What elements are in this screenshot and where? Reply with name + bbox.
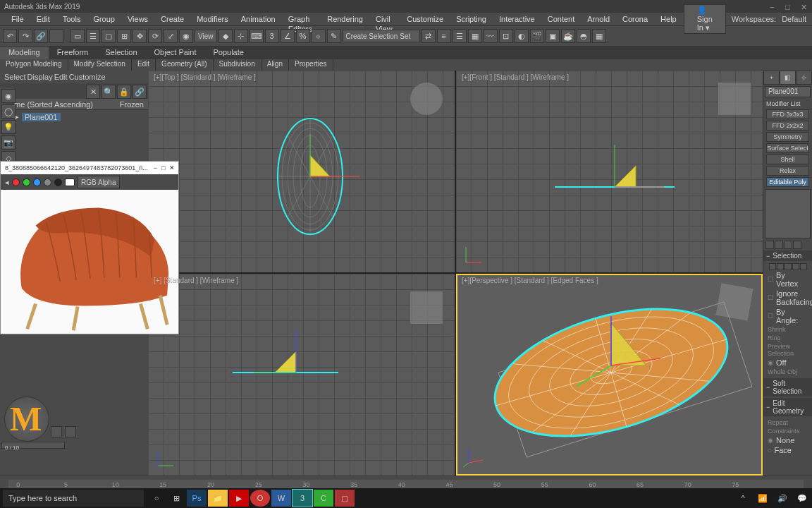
object-name[interactable]: Plane001 [22, 113, 61, 121]
layers-icon[interactable]: ☰ [453, 29, 467, 43]
render-frame-icon[interactable]: ▣ [546, 29, 560, 43]
menu-views[interactable]: Views [122, 14, 154, 24]
mod-ffd3[interactable]: FFD 3x3x3 [766, 109, 809, 119]
subobj-edge-icon[interactable] [777, 263, 784, 270]
notifications-icon[interactable]: 💬 [792, 490, 812, 507]
side-light-icon[interactable]: 💡 [1, 120, 16, 134]
undo-icon[interactable]: ↶ [3, 29, 17, 43]
viewport-left-label[interactable]: [+] [Standard ] [Wireframe ] [154, 277, 238, 284]
viewport-top-label[interactable]: [+][Top ] [Standard ] [Wireframe ] [154, 73, 256, 81]
wifi-icon[interactable]: 📶 [753, 490, 773, 507]
unlink-icon[interactable] [49, 29, 63, 43]
refwin-close-icon[interactable]: ✕ [169, 164, 175, 171]
taskbar-search[interactable]: Type here to search [3, 490, 144, 507]
rotate-icon[interactable]: ⟳ [148, 29, 162, 43]
subobj-element-icon[interactable] [800, 263, 807, 270]
menu-customize[interactable]: Customize [401, 14, 449, 24]
spinner-snap-icon[interactable]: ⟐ [312, 29, 326, 43]
align-icon[interactable]: ≡ [437, 29, 451, 43]
rollout-selection[interactable]: Selection [763, 250, 812, 261]
se-close-icon[interactable]: ✕ [86, 85, 100, 99]
menu-create[interactable]: Create [155, 14, 190, 24]
menu-interactive[interactable]: Interactive [493, 14, 541, 24]
channel-blue-icon[interactable] [33, 179, 41, 186]
rsub-align[interactable]: Align [262, 59, 289, 71]
side-shape-icon[interactable]: ◯ [1, 104, 16, 119]
edit-selection-icon[interactable]: ✎ [327, 29, 341, 43]
frozen-column[interactable]: Frozen [120, 100, 144, 109]
tab-selection[interactable]: Selection [97, 47, 145, 59]
menu-help[interactable]: Help [655, 14, 682, 24]
refwin-titlebar[interactable]: 8_380885066642120_3626497483782073601_n.… [1, 162, 178, 174]
viewport-front-label[interactable]: [+][Front ] [Standard ] [Wireframe ] [462, 73, 569, 81]
refwin-minimize-icon[interactable]: − [154, 164, 157, 171]
mod-shell[interactable]: Shell [766, 155, 809, 164]
layer-explorer-icon[interactable] [65, 426, 76, 437]
explorer-icon[interactable]: 📁 [208, 490, 228, 507]
ref-coord-select[interactable]: View [195, 30, 217, 42]
menu-file[interactable]: File [6, 14, 30, 24]
opera-icon[interactable]: O [250, 490, 270, 507]
minimize-icon[interactable]: − [770, 3, 777, 10]
rollout-editgeometry[interactable]: Edit Geometry [763, 398, 812, 416]
close-icon[interactable]: ✕ [801, 3, 808, 10]
delete-mod-icon[interactable] [793, 241, 801, 249]
layer-icon[interactable] [51, 426, 62, 437]
opt-byvertex[interactable]: ☐ By Vertex [765, 270, 811, 289]
subobj-vertex-icon[interactable] [769, 263, 776, 270]
alpha-select[interactable]: RGB Alpha [78, 176, 120, 188]
render-icon[interactable]: ☕ [561, 29, 575, 43]
rsub-polymodel[interactable]: Polygon Modeling [0, 59, 68, 71]
menu-grapheditors[interactable]: Graph Editors [283, 14, 320, 24]
taskview-icon[interactable]: ⊞ [166, 490, 186, 507]
grid-icon[interactable]: ▦ [592, 29, 606, 43]
named-selection-field[interactable]: Create Selection Set [343, 30, 420, 42]
rsub-edit[interactable]: Edit [132, 59, 156, 71]
schematic-icon[interactable]: ⊡ [499, 29, 513, 43]
pivot-icon[interactable]: ◆ [219, 29, 233, 43]
toggle-ribbon-icon[interactable]: ▦ [468, 29, 482, 43]
side-camera-icon[interactable]: 📷 [1, 135, 16, 150]
angle-snap-icon[interactable]: ∠ [281, 29, 295, 43]
viewport-perspective[interactable]: [+][Perspective ] [Standard ] [Edged Fac… [456, 274, 763, 476]
mod-ffd2[interactable]: FFD 2x2x2 [766, 121, 809, 131]
word-icon[interactable]: W [271, 490, 291, 507]
mod-surface[interactable]: Surface Select [766, 143, 809, 153]
3dsmax-icon[interactable]: 3 [293, 490, 312, 507]
se-filter-icon[interactable]: 🔍 [102, 85, 116, 99]
rsub-geometry[interactable]: Geometry (All) [156, 59, 213, 71]
channel-alpha-icon[interactable] [44, 179, 51, 186]
menu-scripting[interactable]: Scripting [450, 14, 492, 24]
reference-image-window[interactable]: 8_380885066642120_3626497483782073601_n.… [0, 161, 179, 334]
rsub-props[interactable]: Properties [289, 59, 333, 71]
percent-snap-icon[interactable]: % [296, 29, 310, 43]
viewport-left[interactable]: [+] [Standard ] [Wireframe ] [148, 274, 455, 476]
photoshop-icon[interactable]: Ps [187, 490, 207, 507]
modifier-stack-area[interactable] [765, 189, 811, 238]
snap-icon[interactable]: 3 [265, 29, 279, 43]
whole-obj[interactable]: Whole Obj [765, 368, 811, 376]
tray-up-icon[interactable]: ^ [733, 490, 753, 507]
menu-edit[interactable]: Edit [31, 14, 56, 24]
opt-face[interactable]: ○ Face [765, 445, 811, 455]
se-menu-customize[interactable]: Customize [69, 73, 106, 81]
unique-icon[interactable] [784, 241, 792, 249]
volume-icon[interactable]: 🔊 [773, 490, 792, 507]
tab-populate[interactable]: Populate [204, 47, 252, 59]
opt-off[interactable]: ◉ Off [765, 358, 811, 368]
menu-modifiers[interactable]: Modifiers [191, 14, 234, 24]
mod-editpoly[interactable]: Editable Poly [766, 177, 809, 187]
channel-green-icon[interactable] [23, 179, 30, 186]
menu-arnold[interactable]: Arnold [582, 14, 615, 24]
subobj-poly-icon[interactable] [792, 263, 799, 270]
viewport-front[interactable]: [+][Front ] [Standard ] [Wireframe ] [456, 71, 763, 272]
channel-mono-icon[interactable] [54, 179, 62, 186]
channel-all-icon[interactable] [65, 179, 75, 186]
viewport-top[interactable]: [+][Top ] [Standard ] [Wireframe ] [148, 71, 455, 272]
se-menu-edit[interactable]: Edit [54, 73, 68, 81]
app-icon[interactable]: ▢ [335, 490, 355, 507]
name-column[interactable]: Name (Sorted Ascending) [4, 100, 93, 109]
workspace-select[interactable]: Default [782, 15, 806, 23]
side-geom-icon[interactable]: ◉ [1, 89, 16, 103]
tab-modify-icon[interactable]: ◧ [780, 71, 796, 85]
